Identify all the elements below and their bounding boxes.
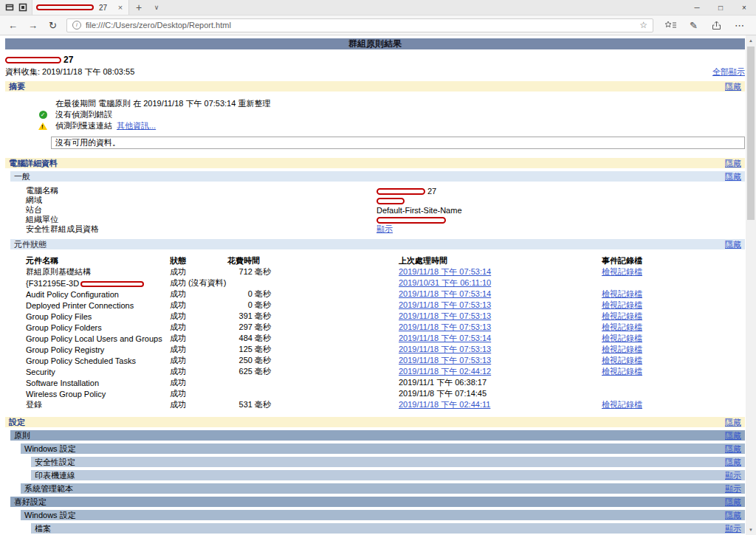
- show-link[interactable]: 顯示: [377, 224, 393, 233]
- spacer-cell: [277, 289, 399, 300]
- scroll-up-icon[interactable]: ▲: [746, 35, 756, 46]
- redaction-box: [80, 281, 144, 287]
- component-name: Software Installation: [26, 377, 170, 388]
- set-tabs-aside-icon[interactable]: [17, 0, 28, 15]
- browser-tab[interactable]: 27 ×: [32, 0, 129, 15]
- event-time-link[interactable]: 2019/11/18 下午 02:44:12: [399, 367, 491, 376]
- toggle-link[interactable]: 隱藏: [725, 417, 741, 428]
- settings-band-label: Windows 設定: [24, 443, 76, 455]
- view-log-link[interactable]: 檢視記錄檔: [602, 400, 642, 409]
- settings-band[interactable]: 安全性設定隱藏: [31, 457, 745, 467]
- event-time-link[interactable]: 2019/11/18 下午 02:44:11: [399, 400, 490, 409]
- toggle-link[interactable]: 隱藏: [725, 158, 741, 169]
- settings-band-label: 原則: [14, 430, 30, 441]
- tab-actions: [0, 0, 32, 15]
- minimize-button[interactable]: ─: [685, 0, 709, 15]
- event-time-link[interactable]: 2019/10/31 下午 06:11:10: [399, 278, 491, 287]
- toggle-link[interactable]: 隱藏: [725, 81, 741, 92]
- settings-band[interactable]: 檔案顯示: [31, 523, 745, 534]
- view-log-link[interactable]: 檢視記錄檔: [602, 334, 642, 342]
- redaction-box: [377, 188, 425, 195]
- settings-band[interactable]: Windows 設定隱藏: [21, 510, 745, 520]
- settings-section-header[interactable]: 設定 隱藏: [5, 417, 745, 427]
- redaction-box: [377, 198, 405, 204]
- navigation-bar: ← → ↻ i file:///C:/Users/zero/Desktop/Re…: [0, 15, 756, 35]
- redaction-box: [5, 57, 61, 63]
- close-button[interactable]: ×: [732, 0, 756, 15]
- event-time-link[interactable]: 2019/11/18 下午 07:53:14: [399, 267, 491, 276]
- settings-band[interactable]: 印表機連線顯示: [31, 470, 745, 480]
- toggle-link[interactable]: 隱藏: [725, 430, 741, 441]
- event-time-link[interactable]: 2019/11/18 下午 07:53:13: [399, 322, 491, 331]
- summary-section-header[interactable]: 摘要 隱藏: [5, 81, 745, 92]
- toggle-link[interactable]: 隱藏: [725, 497, 741, 508]
- slow-link-text: 偵測到慢速連結: [55, 120, 112, 131]
- column-header: 狀態: [170, 255, 227, 266]
- event-time-link[interactable]: 2019/11/18 下午 07:53:13: [399, 356, 491, 365]
- event-time-link[interactable]: 2019/11/18 下午 07:53:14: [399, 289, 491, 298]
- settings-band[interactable]: Windows 設定隱藏: [21, 443, 745, 454]
- back-button[interactable]: ←: [7, 20, 19, 31]
- settings-band[interactable]: 喜好設定隱藏: [10, 497, 745, 507]
- share-icon[interactable]: [710, 21, 723, 30]
- show-all-link[interactable]: 全部顯示: [712, 66, 745, 77]
- info-icon[interactable]: i: [72, 21, 81, 30]
- last-process-time: 2019/11/8 下午 07:14:45: [399, 388, 602, 399]
- view-log-link[interactable]: 檢視記錄檔: [602, 345, 642, 353]
- page-scrollbar[interactable]: ▲ ▼: [746, 35, 756, 535]
- toggle-link[interactable]: 隱藏: [725, 239, 741, 250]
- tab-preview-icon[interactable]: [4, 0, 15, 15]
- component-row: Group Policy Folders成功297 毫秒2019/11/18 下…: [26, 322, 745, 333]
- report-title: 群組原則結果: [5, 38, 745, 49]
- view-log-link[interactable]: 檢視記錄檔: [602, 289, 642, 298]
- toggle-link[interactable]: 隱藏: [725, 510, 741, 521]
- tab-preview-chevron-icon[interactable]: ∨: [148, 0, 165, 15]
- window-controls: ─ □ ×: [685, 0, 756, 15]
- new-tab-button[interactable]: +: [129, 0, 148, 15]
- toggle-link[interactable]: 隱藏: [725, 171, 741, 182]
- view-log-link[interactable]: 檢視記錄檔: [602, 311, 642, 320]
- summary-line: 偵測到慢速連結 其他資訊...: [35, 120, 745, 131]
- annotate-icon[interactable]: ✎: [687, 20, 700, 31]
- settings-band[interactable]: 原則隱藏: [10, 430, 745, 441]
- computer-details-section-header[interactable]: 電腦詳細資料 隱藏: [5, 158, 745, 168]
- hub-icon[interactable]: [664, 21, 677, 30]
- event-time-link[interactable]: 2019/11/18 下午 07:53:13: [399, 300, 491, 309]
- component-time: 125 毫秒: [227, 344, 277, 355]
- last-process-time: 2019/11/18 下午 07:53:14: [399, 289, 602, 300]
- view-log-link[interactable]: 檢視記錄檔: [602, 300, 642, 309]
- toggle-link[interactable]: 顯示: [725, 523, 741, 534]
- spacer-cell: [277, 277, 399, 289]
- component-row: Group Policy Local Users and Groups成功484…: [26, 333, 745, 344]
- settings-band[interactable]: 系統管理範本顯示: [21, 483, 745, 494]
- toggle-link[interactable]: 顯示: [725, 470, 741, 481]
- component-time: [227, 388, 277, 399]
- component-name: Group Policy Files: [26, 311, 170, 322]
- tab-close-icon[interactable]: ×: [116, 3, 125, 12]
- event-time-link[interactable]: 2019/11/18 下午 07:53:14: [399, 334, 491, 342]
- scroll-down-icon[interactable]: ▼: [746, 525, 756, 535]
- general-subsection-header[interactable]: 一般 隱藏: [10, 171, 745, 182]
- last-process-time: 2019/11/18 下午 02:44:12: [399, 366, 602, 377]
- view-log-link[interactable]: 檢視記錄檔: [602, 267, 642, 276]
- scrollbar-thumb[interactable]: [747, 46, 755, 220]
- more-icon[interactable]: ⋯: [733, 20, 746, 31]
- view-log-link[interactable]: 檢視記錄檔: [602, 367, 642, 376]
- toggle-link[interactable]: 隱藏: [725, 443, 741, 455]
- toggle-link[interactable]: 顯示: [725, 483, 741, 494]
- component-status-subsection-header[interactable]: 元件狀態 隱藏: [10, 239, 745, 249]
- toggle-link[interactable]: 隱藏: [725, 457, 741, 468]
- event-time-link[interactable]: 2019/11/18 下午 07:53:13: [399, 311, 491, 320]
- spacer-header: [277, 255, 399, 266]
- add-favorite-star-icon[interactable]: ☆: [639, 20, 647, 30]
- maximize-button[interactable]: □: [709, 0, 732, 15]
- view-log-link[interactable]: 檢視記錄檔: [602, 356, 642, 365]
- refresh-button[interactable]: ↻: [47, 20, 59, 31]
- component-status: 成功: [170, 355, 227, 366]
- event-log-cell: 檢視記錄檔: [602, 333, 745, 344]
- address-bar[interactable]: i file:///C:/Users/zero/Desktop/Report.h…: [66, 18, 653, 32]
- more-info-link[interactable]: 其他資訊...: [117, 120, 156, 131]
- event-time-link[interactable]: 2019/11/18 下午 07:53:13: [399, 345, 491, 353]
- view-log-link[interactable]: 檢視記錄檔: [602, 322, 642, 331]
- forward-button[interactable]: →: [27, 20, 39, 31]
